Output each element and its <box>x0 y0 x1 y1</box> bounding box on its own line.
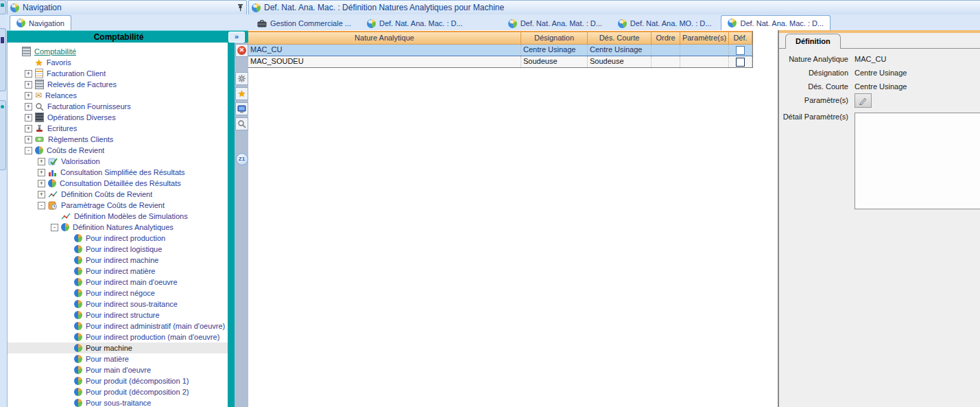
tab-definition[interactable]: Définition <box>785 34 841 49</box>
grid-cell[interactable]: MAC_CU <box>248 45 521 56</box>
expand-toggle[interactable]: + <box>25 103 32 111</box>
tree-item[interactable]: Pour matière <box>8 353 228 364</box>
grid-cell[interactable]: Centre Usinage <box>521 45 588 56</box>
tree-item[interactable]: + Facturation Client <box>8 68 228 79</box>
globe-icon <box>728 19 737 27</box>
collapsed-dock-tab[interactable] <box>0 28 6 91</box>
tree-item[interactable]: Pour indirect administratif (main d'oeuv… <box>8 321 228 332</box>
document-tab[interactable]: Def. Nat. Ana. Mac. : D... <box>361 16 469 30</box>
tree-item[interactable]: + Règlements Clients <box>8 134 228 145</box>
tree-item[interactable]: Définition Modèles de Simulations <box>8 211 228 222</box>
tree-item[interactable]: Pour produit (décomposition 1) <box>8 375 228 386</box>
grid-cell[interactable] <box>652 56 680 67</box>
tree-item[interactable]: + Facturation Fournisseurs <box>8 101 228 112</box>
grid-cell-def[interactable] <box>729 56 752 67</box>
expand-toggle[interactable]: + <box>38 180 45 187</box>
grid-cell[interactable]: MAC_SOUDEU <box>248 56 521 67</box>
grid-column-header[interactable]: Ordre <box>652 32 680 44</box>
document-titlebar: Def. Nat. Ana. Mac. : Définition Natures… <box>248 0 980 15</box>
grid-cell[interactable] <box>680 56 729 67</box>
screen-button[interactable] <box>235 102 248 115</box>
grid-cell-def[interactable] <box>729 45 752 56</box>
pie-icon <box>74 311 82 319</box>
tree-item[interactable]: Pour indirect matière <box>8 266 228 277</box>
tree-item[interactable]: - Définition Natures Analytiques <box>8 222 228 233</box>
expand-toggle[interactable]: + <box>38 191 45 198</box>
grid-cell[interactable] <box>652 45 680 56</box>
grid-column-header[interactable]: Déf. <box>729 32 752 44</box>
grid-cell[interactable] <box>680 45 729 56</box>
tree-item[interactable]: Pour indirect machine <box>8 255 228 266</box>
tree-item[interactable]: Pour produit (décomposition 2) <box>8 386 228 397</box>
tree-item[interactable]: Comptabilité <box>8 46 228 57</box>
document-tab[interactable]: Def. Nat. Ana. Mac. : D... <box>721 15 830 30</box>
zoom-z1-button[interactable]: Z1 <box>235 152 248 165</box>
collapse-group-button[interactable]: » <box>228 32 245 43</box>
invoice-icon <box>35 69 43 78</box>
detail-parameters-box[interactable] <box>854 113 980 209</box>
grid-row[interactable]: MAC_SOUDEUSoudeuseSoudeuse <box>248 56 752 68</box>
tree-item[interactable]: + Relevés de Factures <box>8 79 228 90</box>
grid-column-header[interactable]: Paramètre(s) <box>680 32 729 44</box>
expand-toggle[interactable]: - <box>51 224 58 231</box>
tree-item[interactable]: Pour sous-traitance <box>8 397 228 407</box>
navigation-titlebar: Navigation <box>7 0 247 15</box>
expand-toggle[interactable]: + <box>38 169 45 176</box>
grid-row[interactable]: MAC_CUCentre UsinageCentre Usinage <box>248 45 752 56</box>
document-tab[interactable]: Def. Nat. Ana. Mat. : D... <box>502 16 608 30</box>
params-button[interactable] <box>235 72 248 85</box>
tab-navigation[interactable]: Navigation <box>10 15 71 30</box>
tree-item[interactable]: + Valorisation <box>8 156 228 167</box>
tree-item[interactable]: Pour indirect sous-traitance <box>8 299 228 310</box>
tree-item[interactable]: Pour main d'oeuvre <box>8 364 228 375</box>
expand-toggle[interactable]: + <box>25 114 32 121</box>
tree-item[interactable]: + Consultation Simplifiée des Résultats <box>8 167 228 178</box>
collapsed-dock-tab[interactable] <box>0 100 6 170</box>
tree-item[interactable]: + Définition Coûts de Revient <box>8 189 228 200</box>
search-button[interactable] <box>235 117 248 130</box>
expand-toggle[interactable]: + <box>25 92 32 100</box>
globe-icon <box>252 3 261 12</box>
expand-toggle[interactable]: + <box>38 158 45 165</box>
grid-column-header[interactable]: Nature Analytique <box>248 32 521 44</box>
tree-item[interactable]: Pour indirect main d'oeuvre <box>8 277 228 288</box>
tree-item[interactable]: Pour indirect négoce <box>8 288 228 299</box>
expand-toggle[interactable]: - <box>38 202 45 209</box>
document-tab[interactable]: Def. Nat. Ana. MO. : D... <box>612 16 718 30</box>
grid-cell[interactable]: Centre Usinage <box>588 45 652 56</box>
expand-toggle[interactable]: + <box>25 70 32 78</box>
linechart-icon <box>61 212 71 221</box>
tree-item[interactable]: - Coûts de Revient <box>8 145 228 156</box>
grid-cell[interactable]: Soudeuse <box>521 56 588 67</box>
tree-item[interactable]: Pour indirect logistique <box>8 244 228 255</box>
document-tab[interactable]: Gestion Commerciale ... <box>251 16 357 30</box>
expand-toggle[interactable]: + <box>25 81 32 89</box>
expand-toggle[interactable]: + <box>25 125 32 132</box>
close-button[interactable]: ✕ <box>235 44 248 57</box>
grid-column-header[interactable]: Dés. Courte <box>588 32 652 44</box>
barchart-icon <box>48 168 57 177</box>
tree-item[interactable]: ★ Favoris <box>8 57 228 68</box>
calculator-icon <box>22 47 31 56</box>
navigation-panel: Navigation Navigation Comptabilité » Com… <box>7 0 248 407</box>
expand-toggle[interactable]: + <box>25 136 32 143</box>
tree-item[interactable]: Pour indirect production (main d'oeuvre) <box>8 332 228 342</box>
tree-item[interactable]: + ✉ Relances <box>8 90 228 101</box>
expand-toggle[interactable]: - <box>25 147 32 154</box>
grid-column-header[interactable]: Désignation <box>521 32 588 44</box>
def-checkbox[interactable] <box>736 58 745 67</box>
tree-item[interactable]: + Ecritures <box>8 123 228 134</box>
tree-item[interactable]: + Opérations Diverses <box>8 112 228 123</box>
params-edit-button[interactable] <box>854 93 872 108</box>
tree-item[interactable]: Pour indirect structure <box>8 310 228 321</box>
favorites-button[interactable]: ★ <box>235 87 248 100</box>
pin-icon[interactable] <box>237 3 243 12</box>
grid-cell[interactable]: Soudeuse <box>588 56 652 67</box>
collapsed-dock-tab[interactable] <box>0 0 6 14</box>
tree-item[interactable]: + Consultation Détaillée des Résultats <box>8 178 228 189</box>
tree-item[interactable]: - Paramètrage Coûts de Revient <box>8 200 228 211</box>
tree-item[interactable]: Pour indirect production <box>8 233 228 244</box>
tree-item[interactable]: Pour machine <box>8 342 228 353</box>
definition-panel: Définition Nature AnalytiqueMAC_CUDésign… <box>779 30 980 407</box>
def-checkbox[interactable] <box>736 46 745 55</box>
